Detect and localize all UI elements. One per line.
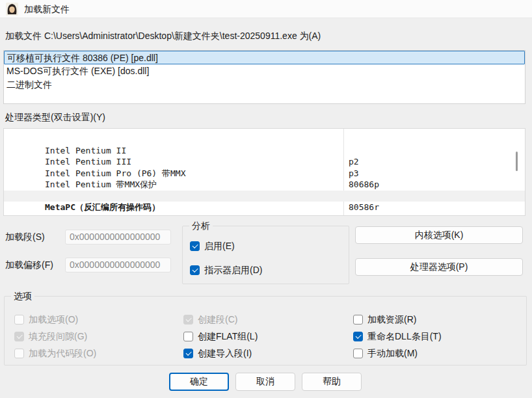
indicator-enabled-checkbox-row[interactable]: 指示器启用(D) (190, 265, 339, 276)
load-segment-label: 加载段(S) (5, 232, 45, 243)
load-segment-input[interactable]: 0x0000000000000000 (65, 230, 171, 245)
analysis-enabled-checkbox[interactable] (190, 241, 200, 251)
help-button[interactable]: 帮助 (302, 373, 362, 391)
scrollbar-thumb[interactable] (516, 152, 518, 171)
processor-type-label: 处理器类型(双击设置)(Y) (5, 112, 105, 124)
create-flat-group-label: 创建FLAT组(L) (198, 331, 258, 342)
create-segments-checkbox[interactable] (183, 315, 193, 325)
processor-list[interactable]: Intel Pentium II p2 Intel Pentium III p3… (3, 128, 525, 216)
load-file-as-label: 加载文件 C:\Users\Administrator\Desktop\新建文件… (5, 31, 321, 42)
load-offset-label: 加载偏移(F) (5, 259, 53, 271)
processor-options-button[interactable]: 处理器选项(P) (355, 258, 523, 276)
processor-row[interactable]: Intel Pentium III p3 (4, 145, 525, 157)
processor-row[interactable]: Intel Pentium II p2 (4, 133, 525, 145)
analysis-enabled-label: 启用(E) (204, 241, 235, 252)
fill-segment-gaps-checkbox[interactable] (14, 332, 24, 341)
title-bar: 加载新文件 (0, 0, 532, 18)
load-as-code-segment-checkbox[interactable] (14, 349, 24, 358)
options-group-title: 选项 (11, 291, 34, 302)
rename-dll-entries-checkbox-row[interactable]: 重命名DLL条目(T) (353, 332, 509, 342)
processor-row[interactable]: Intel Pentium 带MMX保护 80586p (4, 168, 525, 179)
manual-load-checkbox[interactable] (353, 349, 363, 358)
fill-segment-gaps-label: 填充段间隙(G) (29, 331, 87, 342)
create-imports-segment-checkbox[interactable] (183, 349, 193, 358)
analysis-group: 分析 启用(E) 指示器启用(D) (182, 226, 349, 284)
rename-dll-entries-checkbox[interactable] (353, 332, 363, 341)
load-options-label: 加载选项(O) (29, 314, 78, 325)
load-resources-checkbox[interactable] (353, 315, 363, 325)
manual-load-label: 手动加载(M) (367, 348, 418, 359)
app-icon[interactable] (6, 3, 18, 16)
indicator-enabled-label: 指示器启用(D) (204, 265, 262, 276)
file-format-item-dos[interactable]: MS-DOS可执行文件 (EXE) [dos.dll] (4, 64, 525, 78)
create-imports-segment-label: 创建导入段(I) (198, 348, 252, 359)
processor-row-metapc-selected[interactable]: MetaPC（反汇编所有操作码） metapc (4, 191, 525, 202)
indicator-enabled-checkbox[interactable] (190, 265, 200, 275)
processor-row[interactable]: Intel 860 处理器 (4, 202, 525, 213)
create-flat-group-checkbox[interactable] (183, 332, 193, 341)
processor-row[interactable]: Intel Pentium 实际带MMX 80586r (4, 179, 525, 191)
ok-button[interactable]: 确定 (169, 373, 229, 391)
analysis-enabled-checkbox-row[interactable]: 启用(E) (190, 241, 339, 252)
create-imports-segment-checkbox-row[interactable]: 创建导入段(I) (183, 349, 333, 359)
create-segments-label: 创建段(C) (198, 314, 237, 325)
load-resources-label: 加载资源(R) (367, 314, 416, 325)
processor-row-clipped[interactable]: Intel 860 XP 处理器 (4, 213, 525, 217)
rename-dll-entries-label: 重命名DLL条目(T) (367, 331, 442, 342)
options-group: 选项 加载选项(O) 填充段间隙(G) 加载为代码段(O) 创建段(C) 创建F… (4, 296, 527, 365)
load-resources-checkbox-row[interactable]: 加载资源(R) (353, 315, 509, 325)
create-flat-group-checkbox-row[interactable]: 创建FLAT组(L) (183, 332, 333, 342)
analysis-group-title: 分析 (189, 220, 213, 232)
file-format-item-pe[interactable]: 可移植可执行文件 80386 (PE) [pe.dll] (4, 51, 525, 64)
load-as-code-segment-checkbox-row[interactable]: 加载为代码段(O) (14, 349, 164, 359)
load-options-checkbox-row[interactable]: 加载选项(O) (14, 315, 164, 325)
load-as-code-segment-label: 加载为代码段(O) (29, 348, 96, 359)
load-options-checkbox[interactable] (14, 315, 24, 325)
window-title: 加载新文件 (24, 0, 70, 18)
file-format-item-binary[interactable]: 二进制文件 (4, 78, 525, 92)
load-new-file-dialog: { "window": { "title": "加载新文件" }, "file_… (0, 0, 532, 398)
kernel-options-button[interactable]: 内核选项(K) (355, 226, 523, 244)
load-offset-input[interactable]: 0x0000000000000000 (65, 258, 171, 272)
processor-row[interactable]: Intel Pentium Pro (P6) 带MMX 80686p (4, 156, 525, 168)
manual-load-checkbox-row[interactable]: 手动加载(M) (353, 349, 509, 359)
cancel-button[interactable]: 取消 (235, 373, 295, 391)
file-format-list[interactable]: 可移植可执行文件 80386 (PE) [pe.dll] MS-DOS可执行文件… (3, 50, 525, 104)
fill-segment-gaps-checkbox-row[interactable]: 填充段间隙(G) (14, 332, 164, 342)
create-segments-checkbox-row[interactable]: 创建段(C) (183, 315, 333, 325)
